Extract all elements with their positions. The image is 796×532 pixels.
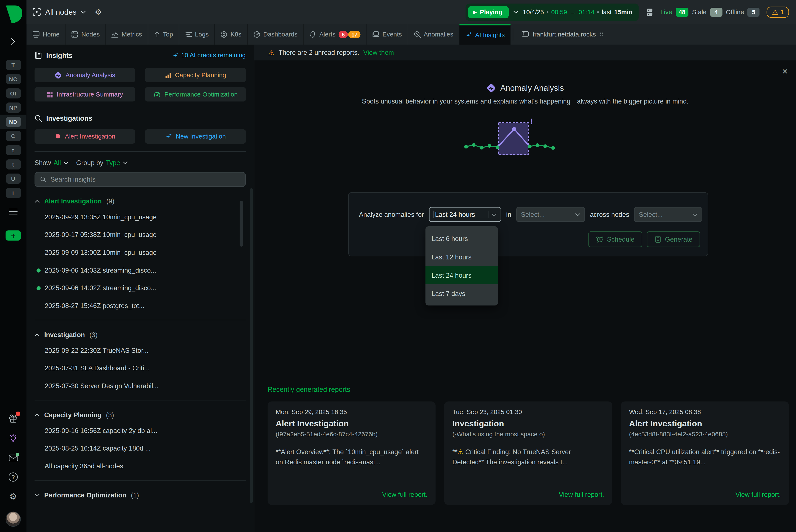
- live-label[interactable]: Live: [661, 8, 672, 15]
- list-item[interactable]: 2025-09-06 14:02Z streaming_disco...: [35, 279, 246, 297]
- scope-settings-icon[interactable]: ⚙: [95, 8, 101, 16]
- analyze-form-panel: Analyze anomalies for Last 24 hours in S…: [348, 192, 708, 256]
- timeframe-select[interactable]: Last 24 hours: [429, 207, 501, 222]
- time-control-chevron-icon[interactable]: [513, 11, 518, 13]
- time-range-display[interactable]: 10/4/25 • 00:59 → 01:14 • last 15min: [523, 8, 632, 15]
- tab-anomalies[interactable]: Anomalies: [408, 24, 459, 44]
- list-item[interactable]: 2025-07-30 Server Design Vulnerabil...: [35, 377, 246, 395]
- capacity-planning-button[interactable]: Capacity Planning: [145, 68, 246, 82]
- new-investigation-button[interactable]: New Investigation: [145, 129, 246, 144]
- search-insights-box[interactable]: [35, 172, 246, 187]
- list-item[interactable]: 2025-08-25 16:14Z capacity 180d ...: [35, 439, 246, 457]
- section-alert-investigation[interactable]: Alert Investigation (9): [35, 197, 246, 205]
- tab-k8s[interactable]: K8s: [215, 24, 247, 44]
- view-full-report-link[interactable]: View full report.: [382, 491, 428, 498]
- netdata-logo-icon[interactable]: [4, 4, 22, 24]
- feedback-mail-icon[interactable]: [8, 454, 18, 462]
- add-workspace-button[interactable]: +: [5, 230, 21, 241]
- list-item[interactable]: 2025-09-09 13:00Z 10min_cpu_usage: [35, 244, 246, 261]
- section-capacity-planning[interactable]: Capacity Planning (3): [35, 411, 246, 419]
- performance-optimization-button[interactable]: Performance Optimization: [145, 87, 246, 101]
- workspace-item[interactable]: NP: [0, 100, 26, 115]
- list-item[interactable]: 2025-07-31 SLA Dashboard - Criti...: [35, 359, 246, 377]
- tab-alerts[interactable]: Alerts 6 17: [304, 24, 367, 44]
- tab-metrics[interactable]: Metrics: [106, 24, 148, 44]
- infrastructure-summary-button[interactable]: Infrastructure Summary: [35, 87, 135, 101]
- dropdown-option[interactable]: Last 12 hours: [425, 248, 498, 266]
- dropdown-option-selected[interactable]: Last 24 hours: [425, 266, 498, 284]
- report-card[interactable]: Mon, Sep 29, 2025 16:35 Alert Investigat…: [267, 401, 436, 505]
- list-item[interactable]: 2025-09-17 05:38Z 10min_cpu_usage: [35, 226, 246, 244]
- offline-count-badge[interactable]: 5: [747, 7, 760, 17]
- dropdown-option[interactable]: Last 6 hours: [425, 229, 498, 248]
- live-count-badge[interactable]: 48: [676, 7, 689, 17]
- gift-icon[interactable]: [9, 414, 18, 423]
- list-scrollbar[interactable]: [240, 201, 243, 246]
- drag-handle-icon[interactable]: ⠿: [599, 31, 603, 38]
- sidebar-scrollbar[interactable]: [250, 188, 253, 503]
- list-item[interactable]: 2025-09-22 22:30Z TrueNAS Stor...: [35, 342, 246, 359]
- lightbulb-icon[interactable]: [8, 433, 18, 443]
- nodes-layout-icon[interactable]: [646, 8, 653, 16]
- workspace-item[interactable]: U: [0, 172, 26, 186]
- list-item[interactable]: 2025-09-16 16:56Z capacity 2y db al...: [35, 422, 246, 439]
- workspace-item[interactable]: t: [0, 157, 26, 172]
- play-button[interactable]: ▶ Playing: [468, 6, 508, 18]
- tab-logs[interactable]: Logs: [179, 24, 215, 44]
- new-investigation-sparkle-icon: [165, 133, 172, 140]
- view-full-report-link[interactable]: View full report.: [736, 491, 781, 498]
- report-card[interactable]: Wed, Sep 17, 2025 08:38 Alert Investigat…: [621, 401, 789, 505]
- close-icon[interactable]: ✕: [782, 68, 788, 76]
- generate-button[interactable]: Generate: [647, 231, 700, 247]
- section-performance-optimization[interactable]: Performance Optimization (1): [35, 491, 246, 499]
- list-item[interactable]: 2025-08-27 15:46Z postgres_tot...: [35, 297, 246, 315]
- group-by-value-dropdown[interactable]: Type: [106, 159, 120, 167]
- context-select[interactable]: Select...: [516, 207, 585, 222]
- list-item[interactable]: 2025-09-29 13:35Z 10min_cpu_usage: [35, 208, 246, 226]
- tab-host-frankfurt[interactable]: frankfurt.netdata.rocks ⠿: [516, 24, 609, 44]
- ai-credits-link[interactable]: 10 AI credits remaining: [172, 52, 246, 59]
- view-them-link[interactable]: View them: [363, 49, 394, 56]
- node-scope-selector[interactable]: All nodes ⚙: [26, 8, 101, 16]
- offline-label[interactable]: Offline: [726, 8, 744, 15]
- chevron-down-icon[interactable]: [123, 161, 128, 164]
- chevron-down-icon[interactable]: [63, 161, 69, 164]
- workspace-item[interactable]: OI: [0, 86, 26, 100]
- host-monitor-icon: [522, 31, 529, 38]
- view-full-report-link[interactable]: View full report.: [559, 491, 604, 498]
- stale-count-badge[interactable]: 4: [710, 7, 722, 17]
- menu-icon[interactable]: [9, 208, 18, 215]
- workspace-item-active[interactable]: ND: [0, 115, 26, 129]
- section-investigation[interactable]: Investigation (3): [35, 331, 246, 339]
- alert-investigation-button[interactable]: Alert Investigation: [35, 129, 135, 144]
- report-id: (-What's using the most space o): [452, 431, 604, 438]
- help-icon[interactable]: ?: [9, 472, 18, 481]
- workspace-item[interactable]: C: [0, 129, 26, 143]
- schedule-button[interactable]: Schedule: [588, 231, 642, 247]
- tab-ai-insights[interactable]: AI Insights: [459, 24, 511, 44]
- dropdown-option[interactable]: Last 7 days: [425, 284, 498, 303]
- list-item[interactable]: All capacity 365d all-nodes: [35, 457, 246, 475]
- report-date: Wed, Sep 17, 2025 08:38: [629, 408, 781, 416]
- workspace-item[interactable]: NC: [0, 72, 26, 86]
- tab-nodes[interactable]: Nodes: [66, 24, 106, 44]
- anomaly-analysis-icon: [487, 83, 496, 93]
- workspace-item[interactable]: T: [0, 58, 26, 72]
- expand-sidebar-icon[interactable]: [11, 38, 16, 45]
- list-item[interactable]: 2025-09-06 14:03Z streaming_disco...: [35, 261, 246, 279]
- tab-events[interactable]: Events: [367, 24, 408, 44]
- stale-label[interactable]: Stale: [692, 8, 706, 15]
- workspace-item[interactable]: t: [0, 143, 26, 157]
- show-value-dropdown[interactable]: All: [54, 159, 61, 167]
- user-avatar[interactable]: [5, 512, 21, 527]
- search-insights-input[interactable]: [51, 176, 240, 183]
- tab-dashboards[interactable]: Dashboards: [247, 24, 303, 44]
- settings-gear-icon[interactable]: ⚙: [10, 492, 17, 501]
- tab-home[interactable]: Home: [26, 24, 66, 44]
- anomaly-analysis-button[interactable]: Anomaly Analysis: [35, 68, 135, 82]
- report-card[interactable]: Tue, Sep 23, 2025 01:30 Investigation (-…: [444, 401, 612, 505]
- nodes-select[interactable]: Select...: [634, 207, 702, 222]
- workspace-item[interactable]: i: [0, 186, 26, 200]
- tab-top[interactable]: Top: [148, 24, 179, 44]
- warning-count-badge[interactable]: ⚠ 1: [767, 6, 789, 18]
